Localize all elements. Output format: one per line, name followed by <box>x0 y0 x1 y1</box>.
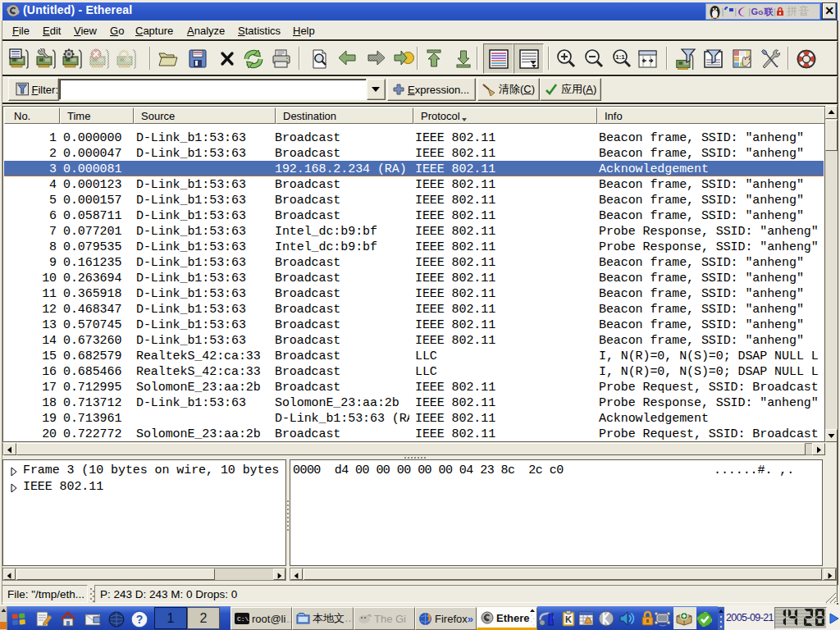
svg-text:1:1: 1:1 <box>615 53 625 61</box>
svg-text:?: ? <box>136 613 144 626</box>
svg-text:K: K <box>565 614 572 624</box>
svg-text:C:\: C:\ <box>237 615 249 623</box>
